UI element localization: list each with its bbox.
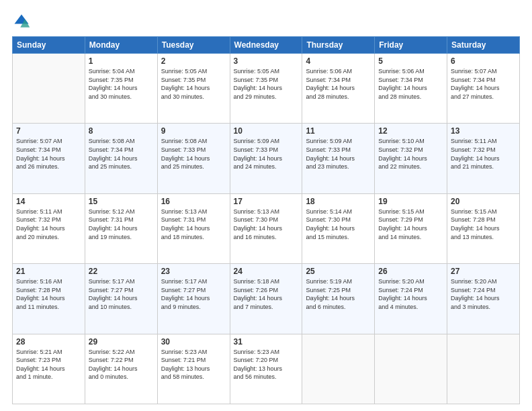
calendar-cell: 5Sunrise: 5:06 AM Sunset: 7:34 PM Daylig…: [375, 54, 447, 124]
day-info: Sunrise: 5:19 AM Sunset: 7:25 PM Dayligh…: [306, 277, 371, 311]
calendar-cell: 17Sunrise: 5:13 AM Sunset: 7:30 PM Dayli…: [230, 193, 302, 263]
day-number: 22: [89, 267, 154, 276]
day-info: Sunrise: 5:07 AM Sunset: 7:34 PM Dayligh…: [451, 67, 516, 101]
logo-icon: [12, 12, 31, 31]
day-info: Sunrise: 5:08 AM Sunset: 7:33 PM Dayligh…: [161, 137, 226, 171]
day-number: 4: [306, 56, 371, 66]
weekday-header-wednesday: Wednesday: [230, 37, 302, 54]
day-number: 10: [234, 126, 299, 136]
day-info: Sunrise: 5:23 AM Sunset: 7:21 PM Dayligh…: [161, 348, 226, 381]
day-number: 9: [161, 126, 226, 136]
calendar-week-row: 1Sunrise: 5:04 AM Sunset: 7:35 PM Daylig…: [13, 54, 520, 124]
day-info: Sunrise: 5:23 AM Sunset: 7:20 PM Dayligh…: [234, 348, 299, 381]
day-info: Sunrise: 5:06 AM Sunset: 7:34 PM Dayligh…: [306, 67, 371, 101]
day-number: 1: [89, 56, 154, 66]
day-info: Sunrise: 5:13 AM Sunset: 7:30 PM Dayligh…: [234, 208, 299, 241]
day-number: 6: [451, 56, 516, 66]
day-info: Sunrise: 5:20 AM Sunset: 7:24 PM Dayligh…: [378, 277, 443, 311]
day-info: Sunrise: 5:15 AM Sunset: 7:29 PM Dayligh…: [378, 208, 443, 241]
day-number: 16: [161, 197, 226, 206]
weekday-header-sunday: Sunday: [13, 37, 85, 54]
calendar-cell: 8Sunrise: 5:08 AM Sunset: 7:34 PM Daylig…: [85, 124, 157, 193]
calendar-cell: 7Sunrise: 5:07 AM Sunset: 7:34 PM Daylig…: [13, 124, 85, 193]
day-number: 18: [306, 197, 371, 206]
calendar-week-row: 21Sunrise: 5:16 AM Sunset: 7:28 PM Dayli…: [13, 264, 520, 334]
day-info: Sunrise: 5:09 AM Sunset: 7:33 PM Dayligh…: [306, 137, 371, 171]
day-info: Sunrise: 5:15 AM Sunset: 7:28 PM Dayligh…: [451, 208, 516, 241]
day-info: Sunrise: 5:05 AM Sunset: 7:35 PM Dayligh…: [161, 67, 226, 101]
day-number: 3: [234, 56, 299, 66]
day-info: Sunrise: 5:05 AM Sunset: 7:35 PM Dayligh…: [234, 67, 299, 101]
weekday-header-row: SundayMondayTuesdayWednesdayThursdayFrid…: [13, 37, 520, 54]
calendar-cell: 2Sunrise: 5:05 AM Sunset: 7:35 PM Daylig…: [157, 54, 230, 124]
day-number: 24: [234, 267, 299, 276]
day-info: Sunrise: 5:18 AM Sunset: 7:26 PM Dayligh…: [234, 277, 299, 311]
calendar-cell: 26Sunrise: 5:20 AM Sunset: 7:24 PM Dayli…: [375, 264, 447, 334]
day-info: Sunrise: 5:20 AM Sunset: 7:24 PM Dayligh…: [451, 277, 516, 311]
day-info: Sunrise: 5:12 AM Sunset: 7:31 PM Dayligh…: [89, 208, 154, 241]
calendar-cell: 21Sunrise: 5:16 AM Sunset: 7:28 PM Dayli…: [13, 264, 85, 334]
day-info: Sunrise: 5:22 AM Sunset: 7:22 PM Dayligh…: [89, 348, 154, 381]
calendar-cell: 28Sunrise: 5:21 AM Sunset: 7:23 PM Dayli…: [13, 334, 85, 404]
day-info: Sunrise: 5:09 AM Sunset: 7:33 PM Dayligh…: [234, 137, 299, 171]
calendar-cell: 1Sunrise: 5:04 AM Sunset: 7:35 PM Daylig…: [85, 54, 157, 124]
day-number: 30: [161, 337, 226, 347]
day-number: 28: [16, 337, 81, 347]
day-number: 26: [378, 267, 443, 276]
calendar-cell: 10Sunrise: 5:09 AM Sunset: 7:33 PM Dayli…: [230, 124, 302, 193]
calendar-cell: 29Sunrise: 5:22 AM Sunset: 7:22 PM Dayli…: [85, 334, 157, 404]
calendar-cell: [302, 334, 375, 404]
day-info: Sunrise: 5:11 AM Sunset: 7:32 PM Dayligh…: [451, 137, 516, 171]
day-info: Sunrise: 5:10 AM Sunset: 7:32 PM Dayligh…: [378, 137, 443, 171]
calendar-cell: [375, 334, 447, 404]
calendar-cell: 16Sunrise: 5:13 AM Sunset: 7:31 PM Dayli…: [157, 193, 230, 263]
weekday-header-thursday: Thursday: [302, 37, 375, 54]
logo: [12, 12, 34, 31]
calendar-cell: 11Sunrise: 5:09 AM Sunset: 7:33 PM Dayli…: [302, 124, 375, 193]
day-info: Sunrise: 5:04 AM Sunset: 7:35 PM Dayligh…: [89, 67, 154, 101]
day-number: 19: [378, 197, 443, 206]
day-number: 23: [161, 267, 226, 276]
day-number: 8: [89, 126, 154, 136]
calendar-week-row: 7Sunrise: 5:07 AM Sunset: 7:34 PM Daylig…: [13, 124, 520, 193]
calendar-cell: 25Sunrise: 5:19 AM Sunset: 7:25 PM Dayli…: [302, 264, 375, 334]
calendar-cell: 18Sunrise: 5:14 AM Sunset: 7:30 PM Dayli…: [302, 193, 375, 263]
calendar-week-row: 14Sunrise: 5:11 AM Sunset: 7:32 PM Dayli…: [13, 193, 520, 263]
day-number: 5: [378, 56, 443, 66]
calendar-cell: 3Sunrise: 5:05 AM Sunset: 7:35 PM Daylig…: [230, 54, 302, 124]
day-info: Sunrise: 5:08 AM Sunset: 7:34 PM Dayligh…: [89, 137, 154, 171]
calendar-table: SundayMondayTuesdayWednesdayThursdayFrid…: [12, 36, 520, 404]
calendar-cell: 9Sunrise: 5:08 AM Sunset: 7:33 PM Daylig…: [157, 124, 230, 193]
day-number: 12: [378, 126, 443, 136]
day-info: Sunrise: 5:16 AM Sunset: 7:28 PM Dayligh…: [16, 277, 81, 311]
day-info: Sunrise: 5:11 AM Sunset: 7:32 PM Dayligh…: [16, 208, 81, 241]
day-number: 14: [16, 197, 81, 206]
weekday-header-saturday: Saturday: [447, 37, 520, 54]
calendar-week-row: 28Sunrise: 5:21 AM Sunset: 7:23 PM Dayli…: [13, 334, 520, 404]
day-number: 15: [89, 197, 154, 206]
day-info: Sunrise: 5:13 AM Sunset: 7:31 PM Dayligh…: [161, 208, 226, 241]
calendar-cell: 24Sunrise: 5:18 AM Sunset: 7:26 PM Dayli…: [230, 264, 302, 334]
day-number: 31: [234, 337, 299, 347]
day-number: 29: [89, 337, 154, 347]
day-number: 7: [16, 126, 81, 136]
page: SundayMondayTuesdayWednesdayThursdayFrid…: [0, 0, 532, 411]
calendar-cell: 22Sunrise: 5:17 AM Sunset: 7:27 PM Dayli…: [85, 264, 157, 334]
day-number: 13: [451, 126, 516, 136]
day-number: 17: [234, 197, 299, 206]
calendar-cell: 12Sunrise: 5:10 AM Sunset: 7:32 PM Dayli…: [375, 124, 447, 193]
day-info: Sunrise: 5:14 AM Sunset: 7:30 PM Dayligh…: [306, 208, 371, 241]
day-number: 21: [16, 267, 81, 276]
day-info: Sunrise: 5:06 AM Sunset: 7:34 PM Dayligh…: [378, 67, 443, 101]
calendar-cell: 14Sunrise: 5:11 AM Sunset: 7:32 PM Dayli…: [13, 193, 85, 263]
day-info: Sunrise: 5:17 AM Sunset: 7:27 PM Dayligh…: [161, 277, 226, 311]
calendar-cell: 6Sunrise: 5:07 AM Sunset: 7:34 PM Daylig…: [447, 54, 520, 124]
calendar-cell: 30Sunrise: 5:23 AM Sunset: 7:21 PM Dayli…: [157, 334, 230, 404]
calendar-cell: 13Sunrise: 5:11 AM Sunset: 7:32 PM Dayli…: [447, 124, 520, 193]
day-number: 27: [451, 267, 516, 276]
day-info: Sunrise: 5:07 AM Sunset: 7:34 PM Dayligh…: [16, 137, 81, 171]
day-number: 20: [451, 197, 516, 206]
weekday-header-monday: Monday: [85, 37, 157, 54]
weekday-header-friday: Friday: [375, 37, 447, 54]
calendar-cell: [13, 54, 85, 124]
